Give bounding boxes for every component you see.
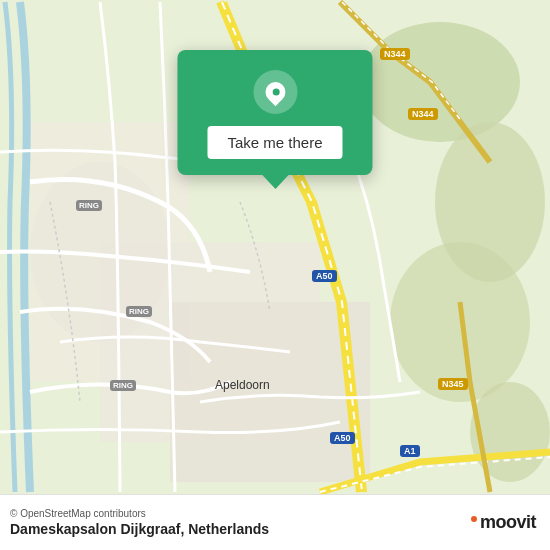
map-area: A50 N344 N344 A50 A50 A1 N345 RING RING … — [0, 0, 550, 494]
location-name: Dameskapsalon Dijkgraaf, Netherlands — [10, 521, 269, 537]
road-label-a50-bot: A50 — [330, 432, 355, 444]
road-label-a50-mid: A50 — [312, 270, 337, 282]
moovit-dot — [471, 516, 477, 522]
bottom-left: © OpenStreetMap contributors Dameskapsal… — [10, 508, 269, 537]
road-label-n345: N345 — [438, 378, 468, 390]
popup-card: Take me there — [177, 50, 372, 175]
moovit-logo: moovit — [471, 512, 536, 533]
bottom-bar: © OpenStreetMap contributors Dameskapsal… — [0, 494, 550, 550]
svg-point-8 — [470, 382, 550, 482]
city-label-apeldoorn: Apeldoorn — [215, 378, 270, 392]
pin-inner — [261, 78, 289, 106]
app-container: A50 N344 N344 A50 A50 A1 N345 RING RING … — [0, 0, 550, 550]
take-me-there-button[interactable]: Take me there — [207, 126, 342, 159]
road-label-ring-top: RING — [76, 200, 102, 211]
osm-credit: © OpenStreetMap contributors — [10, 508, 269, 519]
pin-dot — [271, 89, 278, 96]
moovit-text: moovit — [480, 512, 536, 533]
road-label-n344-top: N344 — [380, 48, 410, 60]
road-label-ring-bot: RING — [110, 380, 136, 391]
road-label-a1: A1 — [400, 445, 420, 457]
road-label-n344-mid: N344 — [408, 108, 438, 120]
pin-icon — [253, 70, 297, 114]
road-label-ring-mid: RING — [126, 306, 152, 317]
